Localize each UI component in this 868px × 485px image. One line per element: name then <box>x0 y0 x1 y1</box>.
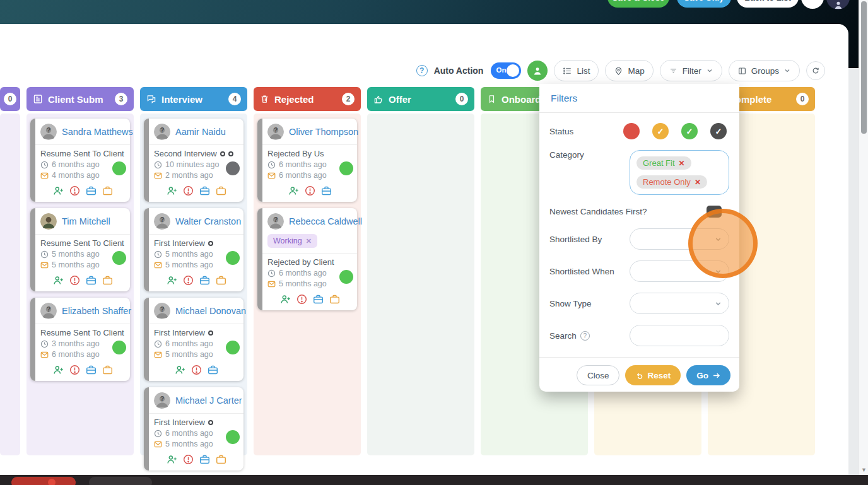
alert-icon[interactable] <box>183 275 194 286</box>
alert-icon[interactable] <box>69 275 80 286</box>
candidate-status: Second Interview <box>154 149 217 158</box>
scrollbar-thumb[interactable] <box>861 1 867 134</box>
candidate-card[interactable]: ? Oliver Thompson Rejected By Us 6 month… <box>257 119 357 202</box>
column-header: Rejected 2 <box>254 87 361 111</box>
status-circle[interactable] <box>623 123 640 139</box>
company-icon[interactable] <box>86 185 97 196</box>
add-candidate-button[interactable] <box>527 61 548 81</box>
candidate-card[interactable]: ? Michael Donovan First Interview 6 mont… <box>144 298 243 381</box>
category-tag-label: Remote Only <box>643 177 691 187</box>
record-dot-icon <box>48 479 56 485</box>
company-icon[interactable] <box>199 275 210 286</box>
candidate-name-link[interactable]: Elizabeth Shaffer <box>62 306 131 316</box>
job-icon[interactable] <box>216 454 226 465</box>
add-user-icon[interactable] <box>167 185 177 196</box>
job-icon[interactable] <box>102 275 113 286</box>
job-icon[interactable] <box>102 185 113 196</box>
candidate-name-link[interactable]: Sandra Matthews <box>62 127 133 137</box>
candidate-card[interactable]: ? Sandra Matthews Resume Sent To Client … <box>30 119 130 202</box>
candidate-tag[interactable]: Working✕ <box>267 234 317 248</box>
groups-button[interactable]: Groups <box>729 60 800 81</box>
alert-icon[interactable] <box>183 454 194 465</box>
alert-icon[interactable] <box>69 365 80 375</box>
refresh-button[interactable] <box>806 61 825 80</box>
status-circle[interactable]: ✓ <box>681 123 698 139</box>
shortlisted-by-select[interactable] <box>630 228 729 250</box>
candidate-name-link[interactable]: Walter Cranston <box>175 216 241 226</box>
category-tags-box[interactable]: Great Fit✕Remote Only✕ <box>630 150 729 195</box>
job-icon[interactable] <box>216 185 226 196</box>
alert-icon[interactable] <box>296 294 307 305</box>
auto-action-toggle[interactable]: On <box>491 62 521 79</box>
category-tag[interactable]: Remote Only✕ <box>636 175 707 189</box>
status-circle[interactable]: ✓ <box>710 123 727 139</box>
remove-tag-icon[interactable]: ✕ <box>306 237 312 245</box>
add-user-icon[interactable] <box>167 275 177 286</box>
avatar-photo <box>40 213 57 230</box>
candidate-card[interactable]: ? Aamir Naidu Second Interview 10 minute… <box>144 119 243 202</box>
add-user-icon[interactable] <box>53 275 64 286</box>
candidate-card[interactable]: Tim Mitchell Resume Sent To Client 5 mon… <box>30 208 130 291</box>
search-input[interactable] <box>630 325 729 346</box>
search-help-icon[interactable]: ? <box>580 331 590 341</box>
candidate-name-link[interactable]: Michael J Carter <box>175 395 242 406</box>
map-label: Map <box>628 66 644 76</box>
filter-label: Filter <box>683 66 701 76</box>
mail-icon <box>40 172 49 180</box>
newest-first-checkbox[interactable] <box>707 206 722 218</box>
auto-action-help-icon[interactable]: ? <box>416 65 428 76</box>
company-icon[interactable] <box>86 275 97 286</box>
close-button[interactable]: Close <box>577 365 620 385</box>
add-user-icon[interactable] <box>175 365 185 375</box>
candidate-name-link[interactable]: Michael Donovan <box>175 306 246 316</box>
alert-icon[interactable] <box>183 185 194 196</box>
company-icon[interactable] <box>86 365 97 375</box>
candidate-card[interactable]: ? Michael J Carter First Interview 6 mon… <box>144 387 243 470</box>
list-view-button[interactable]: List <box>554 60 599 81</box>
save-only-button[interactable]: Save Only <box>677 0 731 8</box>
candidate-card[interactable]: ? Elizabeth Shaffer Resume Sent To Clien… <box>30 298 130 381</box>
alert-icon[interactable] <box>69 185 80 196</box>
job-icon[interactable] <box>102 365 113 375</box>
alert-icon[interactable] <box>305 185 315 196</box>
scrollbar-down-arrow[interactable]: ▼ <box>860 467 867 473</box>
candidate-card[interactable]: ? Walter Cranston First Interview 5 mont… <box>144 208 243 291</box>
taskbar-gray-button[interactable] <box>89 477 152 485</box>
company-icon[interactable] <box>199 454 210 465</box>
candidate-name-link[interactable]: Tim Mitchell <box>62 216 110 226</box>
filters-footer: Close Reset Go <box>539 357 739 393</box>
add-user-icon[interactable] <box>53 185 64 196</box>
add-user-icon[interactable] <box>167 454 177 465</box>
reset-button[interactable]: Reset <box>625 365 681 385</box>
remove-tag-icon[interactable]: ✕ <box>679 159 685 168</box>
add-user-icon[interactable] <box>280 294 291 305</box>
toggle-knob <box>507 64 519 77</box>
job-icon[interactable] <box>216 275 226 286</box>
add-user-icon[interactable] <box>53 365 64 375</box>
job-icon[interactable] <box>329 294 340 305</box>
company-icon[interactable] <box>199 185 210 196</box>
alert-icon[interactable] <box>191 365 202 375</box>
status-circle[interactable]: ✓ <box>652 123 669 139</box>
company-icon[interactable] <box>313 294 324 305</box>
show-type-select[interactable] <box>630 293 729 314</box>
clock-icon <box>40 340 49 348</box>
filter-button[interactable]: Filter <box>660 60 722 81</box>
company-icon[interactable] <box>321 185 332 196</box>
candidate-card[interactable]: ? Rebecca Caldwell Working✕ Rejected by … <box>257 208 357 310</box>
chevron-down-icon <box>714 235 722 243</box>
clock-icon <box>154 340 162 348</box>
back-to-list-button[interactable]: Back to List <box>737 0 799 8</box>
save-close-button[interactable]: Save & Close <box>607 0 669 8</box>
shortlisted-when-select[interactable] <box>630 260 729 282</box>
add-user-icon[interactable] <box>288 185 299 196</box>
go-button[interactable]: Go <box>686 365 730 385</box>
candidate-name-link[interactable]: Oliver Thompson <box>289 127 358 137</box>
company-icon[interactable] <box>208 365 218 375</box>
map-view-button[interactable]: Map <box>605 60 653 81</box>
candidate-name-link[interactable]: Aamir Naidu <box>175 127 226 137</box>
remove-tag-icon[interactable]: ✕ <box>695 178 701 187</box>
category-tag[interactable]: Great Fit✕ <box>636 156 691 170</box>
taskbar-red-button[interactable] <box>11 477 76 485</box>
candidate-name-link[interactable]: Rebecca Caldwell <box>289 216 362 226</box>
